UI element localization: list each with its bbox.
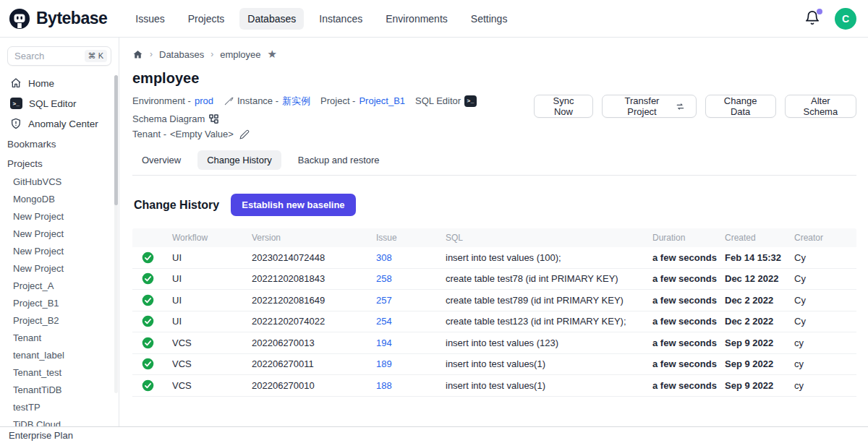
sidebar-item-sql-editor[interactable]: >_SQL Editor [0, 93, 119, 113]
project-item-tenant-label[interactable]: tenant_label [0, 346, 119, 364]
establish-baseline-button[interactable]: Establish new baseline [231, 194, 355, 216]
transfer-project-button[interactable]: Transfer Project [602, 95, 696, 118]
change-history-row[interactable]: UI20230214072448308insert into test valu… [132, 247, 856, 269]
project-item-tidb-cloud[interactable]: TiDB Cloud [0, 416, 119, 426]
change-history-row[interactable]: UI20221202081843258create table test78 (… [132, 269, 856, 291]
breadcrumb-databases[interactable]: Databases [159, 49, 204, 60]
sidebar-item-label: Anomaly Center [28, 119, 98, 129]
project-item-new-project[interactable]: New Project [0, 242, 119, 259]
nav-item-instances[interactable]: Instances [311, 8, 370, 30]
edit-pencil-icon[interactable] [239, 129, 250, 139]
cell-workflow: UI [172, 273, 252, 284]
cell-workflow: VCS [172, 337, 252, 348]
transfer-icon [676, 101, 685, 112]
project-item-testtp[interactable]: testTP [0, 398, 119, 416]
sidebar: Search ⌘ K Home>_SQL EditorAnomaly Cente… [0, 38, 119, 426]
tab-overview[interactable]: Overview [132, 150, 190, 170]
project-item-project-b2[interactable]: Project_B2 [0, 311, 119, 329]
user-avatar[interactable]: C [835, 8, 856, 30]
cell-sql: create table test78 (id int PRIMARY KEY) [446, 273, 652, 284]
project-item-project-a[interactable]: Project_A [0, 277, 119, 294]
issue-link[interactable]: 189 [376, 358, 446, 369]
change-history-heading: Change History [134, 199, 219, 212]
project-label: Project - [320, 93, 355, 108]
project-item-tenant-test[interactable]: Tenant_test [0, 364, 119, 381]
project-item-new-project[interactable]: New Project [0, 259, 119, 277]
tenant-value: <Empty Value> [170, 126, 234, 142]
issue-link[interactable]: 254 [376, 316, 446, 327]
project-link[interactable]: Project_B1 [359, 93, 405, 108]
issue-link[interactable]: 188 [376, 380, 446, 391]
sidebar-scrollbar-thumb[interactable] [114, 75, 118, 205]
cell-creator: cy [794, 358, 856, 369]
nav-item-environments[interactable]: Environments [378, 8, 456, 30]
sql-editor-shortcut[interactable]: SQL Editor >_ [415, 93, 477, 108]
brand-name: Bytebase [36, 9, 107, 28]
bytebase-logo[interactable]: Bytebase [9, 8, 107, 30]
environment-link[interactable]: prod [195, 93, 213, 108]
nav-item-projects[interactable]: Projects [180, 8, 233, 30]
change-history-row[interactable]: VCS202206270013194insert into test value… [132, 332, 856, 354]
cell-creator: Cy [794, 316, 856, 327]
sidebar-scrollbar[interactable] [114, 75, 118, 393]
sidebar-section-bookmarks[interactable]: Bookmarks [0, 134, 119, 153]
change-history-row[interactable]: UI20221202074022254create table test123 … [132, 311, 856, 333]
nav-item-issues[interactable]: Issues [127, 8, 172, 30]
change-history-row[interactable]: VCS202206270011189insert into test value… [132, 354, 856, 376]
cell-created: Dec 12 2022 [725, 273, 794, 284]
issue-link[interactable]: 194 [376, 337, 446, 348]
change-history-row[interactable]: UI20221202081649257create table test789 … [132, 290, 856, 311]
column-workflow: Workflow [172, 233, 252, 243]
cell-creator: Cy [794, 273, 856, 284]
cell-sql: insert into test values (100); [446, 252, 652, 263]
cell-created: Feb 14 15:32 [725, 252, 794, 263]
change-history-row[interactable]: VCS202206270010188insert into test value… [132, 375, 856, 397]
project-item-new-project[interactable]: New Project [0, 225, 119, 242]
nav-item-settings[interactable]: Settings [463, 8, 516, 30]
column-creator: Creator [794, 233, 856, 243]
sidebar-item-anomaly-center[interactable]: Anomaly Center [0, 113, 119, 134]
issue-link[interactable]: 258 [376, 273, 446, 284]
sidebar-item-label: SQL Editor [29, 98, 77, 109]
home-icon[interactable] [132, 49, 143, 60]
notifications-button[interactable] [804, 10, 822, 27]
issue-link[interactable]: 308 [376, 252, 446, 263]
subscription-plan-label[interactable]: Enterprise Plan [0, 427, 73, 441]
alter-schema-button[interactable]: Alter Schema [785, 95, 856, 118]
tab-backup-and-restore[interactable]: Backup and restore [289, 150, 389, 170]
cell-created: Dec 2 2022 [725, 316, 794, 327]
status-done-icon [142, 315, 154, 327]
schema-diagram-shortcut[interactable]: Schema Diagram [132, 111, 219, 126]
sync-now-button[interactable]: Sync Now [534, 95, 594, 118]
cell-created: Dec 2 2022 [725, 295, 794, 306]
main-nav: IssuesProjectsDatabasesInstancesEnvironm… [127, 8, 515, 30]
notification-dot [817, 9, 822, 14]
cell-sql: create table test789 (id int PRIMARY KEY… [446, 295, 652, 306]
search-input[interactable]: Search ⌘ K [7, 46, 111, 66]
cell-version: 202206270010 [252, 380, 376, 391]
issue-link[interactable]: 257 [376, 295, 446, 306]
breadcrumb: › Databases › employee ★ [132, 45, 856, 61]
project-item-new-project[interactable]: New Project [0, 207, 119, 225]
project-item-project-b1[interactable]: Project_B1 [0, 294, 119, 311]
change-data-button[interactable]: Change Data [705, 95, 776, 118]
cell-sql: insert into test values(1) [446, 358, 652, 369]
breadcrumb-employee[interactable]: employee [220, 49, 260, 60]
tab-change-history[interactable]: Change History [197, 150, 281, 170]
cell-workflow: UI [172, 316, 252, 327]
page-title: employee [132, 70, 856, 87]
project-item-tenanttidb[interactable]: TenantTiDB [0, 381, 119, 398]
sidebar-item-home[interactable]: Home [0, 73, 119, 93]
nav-item-databases[interactable]: Databases [239, 8, 304, 30]
breadcrumb-separator: › [150, 49, 153, 59]
status-done-icon [142, 294, 154, 306]
project-item-tenant[interactable]: Tenant [0, 329, 119, 346]
instance-link[interactable]: 新实例 [282, 93, 310, 108]
column-version: Version [252, 233, 376, 243]
project-item-githubvcs[interactable]: GitHubVCS [0, 173, 119, 190]
cell-version: 20221202081843 [252, 273, 376, 284]
sidebar-section-projects[interactable]: Projects [0, 153, 119, 173]
bookmark-star-icon[interactable]: ★ [268, 48, 277, 61]
column-sql: SQL [446, 233, 652, 243]
project-item-mongodb[interactable]: MongoDB [0, 190, 119, 207]
